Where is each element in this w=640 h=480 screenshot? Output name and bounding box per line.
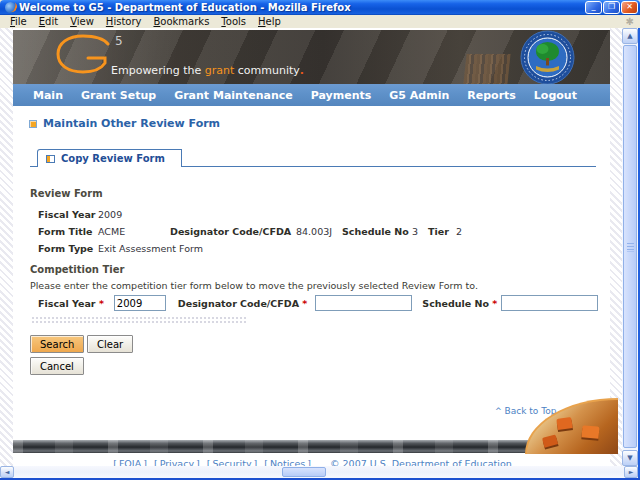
scroll-down-arrow-icon[interactable]: ▼ bbox=[622, 450, 638, 466]
ct-fiscal-year-input[interactable] bbox=[114, 295, 166, 311]
bracket: [ bbox=[154, 458, 158, 466]
competition-tier-instruction: Please enter the competition tier form b… bbox=[30, 280, 478, 291]
menu-bookmarks[interactable]: Bookmarks bbox=[147, 16, 215, 27]
horizontal-scroll-thumb[interactable] bbox=[282, 467, 326, 477]
menu-history[interactable]: History bbox=[100, 16, 148, 27]
cancel-button[interactable]: Cancel bbox=[30, 357, 84, 375]
nav-item-main[interactable]: Main bbox=[33, 89, 63, 102]
menu-file[interactable]: File bbox=[4, 16, 33, 27]
chair-shape bbox=[542, 434, 558, 447]
review-form-row-1: Fiscal Year 2009 bbox=[38, 209, 122, 220]
menu-tools[interactable]: Tools bbox=[215, 16, 252, 27]
review-form-row-2: Form Title ACME Designator Code/CFDA 84.… bbox=[38, 226, 462, 237]
tagline-suffix: community bbox=[234, 64, 300, 77]
tagline-prefix: Empowering the bbox=[111, 64, 205, 77]
close-button[interactable]: ✕ bbox=[621, 1, 638, 14]
title-bar: Welcome to G5 - Department of Education … bbox=[0, 0, 640, 15]
vertical-scroll-thumb[interactable] bbox=[623, 45, 637, 448]
competition-tier-form-row: Fiscal Year * Designator Code/CFDA * Sch… bbox=[38, 295, 598, 311]
vertical-scrollbar[interactable]: ▲ ▼ bbox=[622, 28, 638, 466]
form-type-label: Form Type bbox=[38, 243, 98, 254]
page-content: 5 Empowering the grant community. bbox=[13, 28, 610, 466]
competition-tier-section-title: Competition Tier bbox=[30, 264, 124, 275]
nav-item-g5-admin[interactable]: G5 Admin bbox=[389, 89, 449, 102]
ct-fiscal-year-label-text: Fiscal Year bbox=[38, 298, 96, 309]
back-to-top-label: Back to Top bbox=[505, 406, 557, 416]
schedule-no-label: Schedule No bbox=[342, 226, 412, 237]
page-title: Maintain Other Review Form bbox=[43, 117, 220, 130]
fiscal-year-label: Fiscal Year bbox=[38, 209, 98, 220]
fiscal-year-value: 2009 bbox=[98, 209, 122, 220]
back-to-top-link[interactable]: ^ Back to Top bbox=[495, 406, 556, 416]
footer-link-privacy[interactable]: Privacy bbox=[160, 458, 194, 466]
menu-help[interactable]: Help bbox=[252, 16, 287, 27]
ct-designator-input[interactable] bbox=[315, 295, 412, 311]
minimize-button[interactable]: _ bbox=[585, 1, 602, 14]
footer-link-foia[interactable]: FOIA bbox=[119, 458, 141, 466]
nav-item-payments[interactable]: Payments bbox=[311, 89, 372, 102]
ct-fiscal-year-required: * bbox=[99, 298, 104, 309]
tab-left-foot bbox=[30, 161, 37, 167]
ct-designator-required: * bbox=[302, 298, 307, 309]
firefox-icon bbox=[5, 2, 16, 13]
ct-fiscal-year-label: Fiscal Year * bbox=[38, 298, 104, 309]
bracket: [ bbox=[264, 458, 268, 466]
throbber-icon: ✱ bbox=[626, 17, 634, 27]
tier-label: Tier bbox=[428, 226, 456, 237]
left-stripe-margin bbox=[0, 28, 13, 466]
scroll-up-arrow-icon[interactable]: ▲ bbox=[622, 28, 638, 44]
horizontal-scrollbar[interactable]: ◄ ► bbox=[0, 466, 638, 478]
scroll-right-arrow-icon[interactable]: ► bbox=[624, 466, 638, 478]
ct-schedule-input[interactable] bbox=[501, 295, 598, 311]
page-heading: Maintain Other Review Form bbox=[29, 117, 220, 130]
tab-copy-review-form[interactable]: Copy Review Form bbox=[37, 149, 182, 167]
form-title-value: ACME bbox=[98, 226, 170, 237]
menu-view[interactable]: View bbox=[64, 16, 100, 27]
tagline-accent: grant bbox=[205, 64, 235, 77]
ct-designator-label-text: Designator Code/CFDA bbox=[178, 298, 299, 309]
nav-item-grant-maintenance[interactable]: Grant Maintenance bbox=[174, 89, 293, 102]
tab-label: Copy Review Form bbox=[61, 153, 165, 164]
tab-icon bbox=[46, 155, 55, 163]
nav-item-grant-setup[interactable]: Grant Setup bbox=[81, 89, 156, 102]
main-nav-bar: Main Grant Setup Grant Maintenance Payme… bbox=[13, 84, 610, 106]
footer-link-notices[interactable]: Notices bbox=[270, 458, 305, 466]
bracket: ] bbox=[254, 458, 258, 466]
window-title: Welcome to G5 - Department of Education … bbox=[19, 2, 584, 13]
nav-item-logout[interactable]: Logout bbox=[534, 89, 577, 102]
form-type-value: Exit Assessment Form bbox=[98, 243, 203, 254]
page-viewport: 5 Empowering the grant community. bbox=[0, 28, 622, 466]
bracket: [ bbox=[207, 458, 211, 466]
menu-edit[interactable]: Edit bbox=[33, 16, 64, 27]
g5-banner: 5 Empowering the grant community. bbox=[13, 30, 610, 84]
ct-schedule-label: Schedule No * bbox=[422, 298, 497, 309]
scroll-left-arrow-icon[interactable]: ◄ bbox=[0, 466, 14, 478]
bracket: ] bbox=[143, 458, 147, 466]
bracket: [ bbox=[113, 458, 117, 466]
bullet-square-icon bbox=[29, 120, 37, 128]
clear-button[interactable]: Clear bbox=[87, 335, 133, 353]
bracket: ] bbox=[307, 458, 311, 466]
ct-designator-label: Designator Code/CFDA * bbox=[178, 298, 307, 309]
review-form-section-title: Review Form bbox=[30, 188, 103, 199]
search-button[interactable]: Search bbox=[30, 335, 84, 353]
designator-code-value: 84.003J bbox=[296, 226, 342, 237]
menu-bar: File Edit View History Bookmarks Tools H… bbox=[0, 15, 640, 28]
schedule-no-value: 3 bbox=[412, 226, 428, 237]
footer-link-security[interactable]: Security bbox=[213, 458, 252, 466]
bracket: ] bbox=[196, 458, 200, 466]
ct-schedule-label-text: Schedule No bbox=[422, 298, 489, 309]
browser-window: Welcome to G5 - Department of Education … bbox=[0, 0, 640, 480]
g5-logo-five: 5 bbox=[115, 34, 123, 48]
designator-code-label: Designator Code/CFDA bbox=[170, 226, 296, 237]
tab-underline bbox=[182, 148, 596, 167]
scroll-thumb-grip bbox=[627, 242, 634, 251]
footer: [FOIA] [Privacy] [Security] [Notices] © … bbox=[13, 458, 610, 466]
tagline-period: . bbox=[300, 64, 304, 77]
metal-divider-bar bbox=[13, 440, 610, 453]
chair-shape bbox=[556, 417, 572, 430]
restore-button[interactable]: ❐ bbox=[603, 1, 620, 14]
tier-value: 2 bbox=[456, 226, 462, 237]
nav-item-reports[interactable]: Reports bbox=[467, 89, 516, 102]
footer-copyright: © 2007 U.S. Department of Education bbox=[330, 458, 512, 466]
